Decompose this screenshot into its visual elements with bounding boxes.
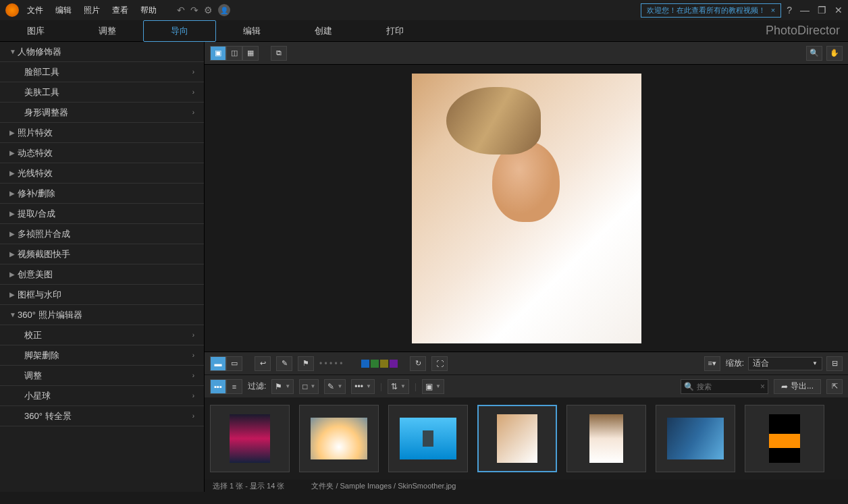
maximize-icon[interactable]: ❐ bbox=[818, 5, 826, 16]
zoom-select[interactable]: 适合▼ bbox=[748, 357, 822, 370]
preview-image bbox=[412, 74, 641, 343]
view-grid-icon[interactable]: ▦ bbox=[242, 46, 259, 61]
sidebar-360-tripod[interactable]: 脚架删除› bbox=[0, 345, 204, 366]
sidebar-360-planet[interactable]: 小星球› bbox=[0, 386, 204, 406]
filmstrip-mode-a-icon[interactable]: ▬ bbox=[210, 356, 226, 371]
sidebar: ▼人物修饰器 脸部工具› 美肤工具› 身形调整器› ▶照片特效 ▶动态特效 ▶光… bbox=[0, 42, 205, 492]
rotate-left-icon[interactable]: ↩ bbox=[255, 356, 271, 371]
rotate-icon[interactable]: ↻ bbox=[410, 356, 426, 371]
gear-icon[interactable]: ⚙ bbox=[204, 5, 213, 16]
photo-viewer[interactable] bbox=[205, 65, 848, 352]
thumb-item[interactable] bbox=[745, 405, 824, 472]
thumb-item[interactable] bbox=[299, 405, 379, 472]
sidebar-frame[interactable]: ▶图框与水印 bbox=[0, 285, 204, 305]
sidebar-extract[interactable]: ▶提取/合成 bbox=[0, 204, 204, 224]
sidebar-people-tools[interactable]: ▼人物修饰器 bbox=[0, 42, 204, 62]
status-bar: 选择 1 张 - 显示 14 张 文件夹 / Sample Images / S… bbox=[205, 480, 848, 492]
menu-edit[interactable]: 编辑 bbox=[55, 5, 72, 16]
sidebar-360-correct[interactable]: 校正› bbox=[0, 325, 204, 345]
sidebar-360-adjust[interactable]: 调整› bbox=[0, 366, 204, 386]
eyedropper-icon[interactable]: ✎ bbox=[276, 356, 292, 371]
filter-edit[interactable]: ✎▼ bbox=[324, 379, 346, 394]
filter-label-color[interactable]: □▼ bbox=[299, 379, 319, 394]
color-olive[interactable] bbox=[380, 360, 388, 368]
search-box[interactable]: 🔍 × bbox=[681, 379, 768, 394]
sidebar-video-snap[interactable]: ▶视频截图快手 bbox=[0, 244, 204, 264]
thumb-item[interactable] bbox=[388, 405, 468, 472]
color-blue[interactable] bbox=[361, 360, 369, 368]
undo-icon[interactable]: ↶ bbox=[177, 5, 185, 16]
thumb-item[interactable] bbox=[566, 405, 646, 472]
sort-icon[interactable]: ≡▾ bbox=[704, 356, 720, 371]
filter-rating[interactable]: •••▼ bbox=[351, 379, 375, 394]
thumb-item-selected[interactable] bbox=[477, 405, 557, 472]
crop-icon[interactable]: ⛶ bbox=[431, 356, 448, 371]
rating-stars[interactable]: • • • • • bbox=[319, 359, 342, 368]
slider-btn[interactable]: ⊟ bbox=[826, 356, 843, 371]
menu-photo[interactable]: 照片 bbox=[84, 5, 100, 16]
color-red[interactable] bbox=[352, 360, 360, 368]
share-icon[interactable]: ⇱ bbox=[826, 379, 843, 394]
tab-print[interactable]: 打印 bbox=[359, 20, 431, 42]
sidebar-360-topano[interactable]: 360° 转全景› bbox=[0, 406, 204, 426]
color-purple[interactable] bbox=[390, 360, 398, 368]
tab-edit[interactable]: 编辑 bbox=[216, 20, 288, 42]
sidebar-repair[interactable]: ▶修补/删除 bbox=[0, 184, 204, 204]
filmstrip-mode-b-icon[interactable]: ▭ bbox=[226, 356, 242, 371]
thumb-list-icon[interactable]: ≡ bbox=[226, 379, 242, 394]
help-icon[interactable]: ? bbox=[787, 5, 792, 16]
thumb-item[interactable] bbox=[656, 405, 735, 472]
thumb-small-icon[interactable]: ▪▪▪ bbox=[210, 379, 226, 394]
export-button[interactable]: ➦ 导出... bbox=[774, 379, 821, 394]
main-menu: 文件 编辑 照片 查看 帮助 bbox=[27, 5, 157, 16]
sidebar-creative[interactable]: ▶创意美图 bbox=[0, 264, 204, 285]
sidebar-body-tools[interactable]: 身形调整器› bbox=[0, 103, 204, 123]
square-icon: □ bbox=[302, 382, 307, 391]
filter-flag[interactable]: ⚑▼ bbox=[271, 379, 294, 394]
welcome-text: 欢迎您！在此查看所有的教程视频！ bbox=[647, 5, 766, 16]
viewer-toolbar: ▣ ◫ ▦ ⧉ 🔍 ✋ bbox=[205, 42, 848, 65]
sidebar-photo-effects[interactable]: ▶照片特效 bbox=[0, 123, 204, 143]
menu-help[interactable]: 帮助 bbox=[140, 5, 157, 16]
stack-mode[interactable]: ▣▼ bbox=[422, 379, 444, 394]
brush-icon: ✎ bbox=[327, 382, 334, 391]
flag-icon[interactable]: ⚑ bbox=[298, 356, 314, 371]
status-selection: 选择 1 张 - 显示 14 张 bbox=[213, 481, 284, 491]
sidebar-multi-photo[interactable]: ▶多祯照片合成 bbox=[0, 224, 204, 244]
color-green[interactable] bbox=[371, 360, 379, 368]
view-single-icon[interactable]: ▣ bbox=[210, 46, 226, 61]
minimize-icon[interactable]: — bbox=[800, 5, 810, 16]
redo-icon[interactable]: ↷ bbox=[190, 5, 198, 16]
brand-label: PhotoDirector bbox=[766, 24, 840, 38]
secondary-monitor-icon[interactable]: ⧉ bbox=[271, 46, 287, 61]
chevron-right-icon: › bbox=[192, 352, 194, 359]
color-labels bbox=[352, 360, 398, 368]
welcome-banner[interactable]: 欢迎您！在此查看所有的教程视频！ × bbox=[641, 3, 781, 18]
menu-view[interactable]: 查看 bbox=[112, 5, 128, 16]
tab-adjust[interactable]: 调整 bbox=[72, 20, 143, 42]
sidebar-face-tools[interactable]: 脸部工具› bbox=[0, 62, 204, 82]
zoom-icon[interactable]: 🔍 bbox=[806, 46, 822, 61]
close-icon[interactable]: × bbox=[771, 6, 775, 14]
tab-create[interactable]: 创建 bbox=[288, 20, 359, 42]
menu-file[interactable]: 文件 bbox=[27, 5, 43, 16]
chevron-right-icon: › bbox=[192, 68, 194, 76]
user-avatar-icon[interactable]: 👤 bbox=[218, 4, 230, 16]
sort-order[interactable]: ⇅▼ bbox=[388, 379, 409, 394]
tab-library[interactable]: 图库 bbox=[0, 20, 72, 42]
thumb-item[interactable] bbox=[210, 405, 290, 472]
tab-guided[interactable]: 导向 bbox=[143, 20, 216, 42]
close-window-icon[interactable]: ✕ bbox=[834, 5, 843, 16]
chevron-right-icon: › bbox=[192, 392, 194, 399]
sidebar-skin-tools[interactable]: 美肤工具› bbox=[0, 82, 204, 103]
clear-icon[interactable]: × bbox=[760, 382, 765, 391]
view-compare-icon[interactable]: ◫ bbox=[226, 46, 242, 61]
filmstrip-toolbar: ▬ ▭ ↩ ✎ ⚑ • • • • • ↻ ⛶ ≡▾ 缩放: 适合▼ ⊟ bbox=[205, 352, 848, 374]
pan-hand-icon[interactable]: ✋ bbox=[826, 46, 843, 61]
sidebar-light-effects[interactable]: ▶光线特效 bbox=[0, 163, 204, 184]
dots-icon: ••• bbox=[354, 382, 363, 391]
chevron-right-icon: › bbox=[192, 372, 194, 379]
sidebar-360-editor[interactable]: ▼360° 照片编辑器 bbox=[0, 305, 204, 325]
search-input[interactable] bbox=[697, 383, 758, 391]
sidebar-anim-effects[interactable]: ▶动态特效 bbox=[0, 143, 204, 163]
